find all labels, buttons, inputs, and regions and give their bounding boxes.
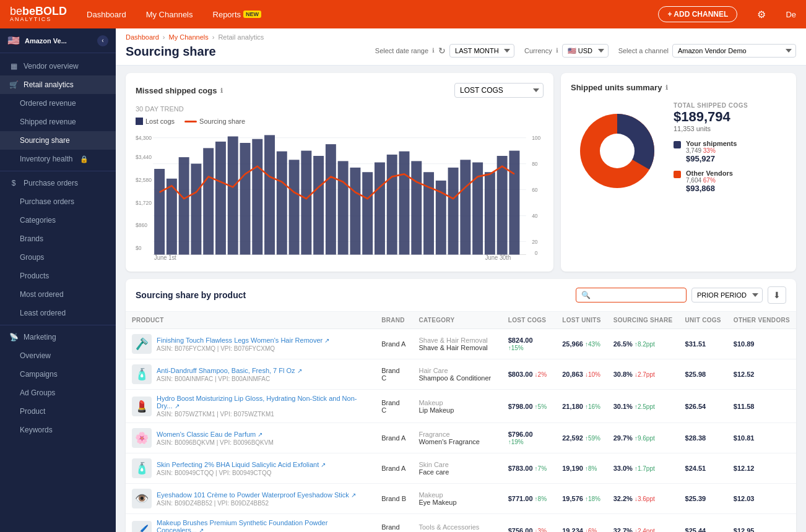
product-img-1: 🧴 (132, 364, 152, 384)
category-cell-1: Hair Care Shampoo & Conditioner (412, 359, 501, 390)
total-units: 11,353 units (674, 125, 786, 132)
collapse-sidebar-button[interactable]: ‹ (97, 35, 108, 46)
product-name-6[interactable]: Makeup Brushes Premium Synthetic Foundat… (157, 519, 369, 532)
nav-dashboard[interactable]: Dashboard (87, 10, 126, 19)
sidebar-item-products[interactable]: Products (0, 267, 116, 285)
add-channel-button[interactable]: + ADD CHANNEL (658, 6, 737, 22)
lost-units-cell-0: 25,966 ↑43% (556, 329, 607, 359)
nav-reports[interactable]: Reports NEW (213, 10, 262, 19)
sidebar-item-product[interactable]: Product (0, 402, 116, 421)
sidebar-item-categories[interactable]: Categories (0, 211, 116, 230)
other-vendors-dot (674, 171, 681, 178)
sidebar-item-brands[interactable]: Brands (0, 230, 116, 248)
product-name-1[interactable]: Anti-Dandruff Shampoo, Basic, Fresh, 7 F… (157, 367, 302, 374)
sidebar-item-groups[interactable]: Groups (0, 248, 116, 267)
account-name: Amazon Ve... (25, 37, 67, 45)
sidebar-item-ordered-revenue[interactable]: Ordered revenue (0, 94, 116, 113)
date-range-select[interactable]: LAST MONTH THIS MONTH LAST 7 DAYS (449, 44, 514, 58)
product-img-2: 💄 (132, 397, 152, 416)
currency-select[interactable]: 🇺🇸 USD EUR GBP (562, 44, 609, 58)
sidebar-item-most-ordered[interactable]: Most ordered (0, 285, 116, 304)
shipped-summary-info-icon[interactable]: ℹ (665, 84, 668, 91)
svg-rect-31 (313, 156, 324, 255)
product-name-3[interactable]: Women's Classic Eau de Parfum ↗ (157, 431, 274, 438)
brand-cell-4: Brand A (375, 453, 412, 484)
gear-icon[interactable]: ⚙ (757, 9, 766, 20)
table-row: 💄 Hydro Boost Moisturizing Lip Gloss, Hy… (126, 390, 796, 423)
search-box: 🔍 (576, 288, 687, 302)
sidebar-item-shipped-revenue[interactable]: Shipped revenue (0, 113, 116, 131)
missed-cogs-info-icon[interactable]: ℹ (220, 87, 223, 94)
trend-label: 30 DAY TREND (136, 105, 544, 113)
pie-chart (571, 105, 664, 197)
svg-rect-33 (338, 161, 349, 254)
sidebar-item-marketing[interactable]: 📡 Marketing (0, 328, 116, 346)
product-name-0[interactable]: Finishing Touch Flawless Legs Women's Ha… (157, 337, 329, 344)
sidebar-item-inventory-health[interactable]: Inventory health 🔒 (0, 150, 116, 168)
sidebar-item-vendor-overview[interactable]: ▦ Vendor overview (0, 57, 116, 75)
sidebar-item-ad-groups[interactable]: Ad Groups (0, 384, 116, 402)
marketing-icon: 📡 (9, 333, 19, 341)
sidebar-item-least-ordered[interactable]: Least ordered (0, 304, 116, 322)
breadcrumb-dashboard[interactable]: Dashboard (126, 33, 159, 41)
logo: bebeBOLD ANALYTICS (10, 6, 67, 23)
product-cell-4: 🧴 Skin Perfecting 2% BHA Liquid Salicyli… (126, 453, 375, 484)
lost-units-cell-6: 19,234 ↓6% (556, 514, 607, 533)
your-shipments-dot (674, 141, 681, 148)
svg-rect-38 (399, 152, 410, 255)
svg-rect-24 (228, 137, 238, 255)
svg-rect-36 (375, 163, 385, 255)
sidebar-item-keywords[interactable]: Keywords (0, 421, 116, 439)
product-asin-5: ASIN: B09DZ4BB52 | VPI: B09DZ4BB52 (157, 500, 356, 507)
sidebar-item-retail-analytics[interactable]: 🛒 Retail analytics (0, 75, 116, 94)
breadcrumb-channels[interactable]: My Channels (169, 33, 209, 41)
total-cogs-value: $189,794 (674, 109, 786, 125)
table-scroll: PRODUCT BRAND CATEGORY LOST COGS LOST UN… (126, 312, 796, 532)
product-cell-2: 💄 Hydro Boost Moisturizing Lip Gloss, Hy… (126, 390, 375, 423)
user-avatar[interactable]: De (786, 10, 796, 19)
brand-cell-5: Brand B (375, 484, 412, 514)
svg-rect-26 (252, 139, 262, 255)
svg-text:60: 60 (532, 186, 537, 193)
svg-rect-42 (448, 168, 459, 255)
product-name-5[interactable]: Eyeshadow 101 Crème to Powder Waterproof… (157, 491, 356, 499)
cogs-dropdown[interactable]: LOST COGS SOURCING SHARE (454, 83, 544, 98)
sourcing-share-cell-4: 33.0% ↑1.7ppt (607, 453, 679, 484)
period-select[interactable]: PRIOR PERIOD PRIOR YEAR (691, 288, 763, 302)
col-unit-cogs: UNIT COGS (679, 312, 727, 329)
channel-select[interactable]: Amazon Vendor Demo (672, 44, 796, 58)
other-vendors-cell-3: $10.81 (727, 423, 796, 453)
lost-cogs-cell-3: $796.00 ↑19% (502, 423, 556, 453)
product-name-4[interactable]: Skin Perfecting 2% BHA Liquid Salicylic … (157, 461, 326, 468)
date-range-label: Select date range (375, 47, 428, 54)
svg-rect-47 (509, 151, 519, 255)
lost-units-cell-2: 21,180 ↑16% (556, 390, 607, 423)
chart-legend: Lost cogs Sourcing share (136, 118, 544, 125)
other-vendors-cell-1: $12.52 (727, 359, 796, 390)
sidebar-item-purchase-orders-group[interactable]: $ Purchase orders (0, 174, 116, 192)
lost-cogs-cell-0: $824.00 ↑15% (502, 329, 556, 359)
unit-cogs-cell-6: $25.44 (679, 514, 727, 533)
channel-control: Select a channel Amazon Vendor Demo (618, 44, 796, 58)
search-input[interactable] (594, 291, 681, 299)
lost-units-cell-5: 19,576 ↑18% (556, 484, 607, 514)
sourcing-share-cell-2: 30.1% ↑2.5ppt (607, 390, 679, 423)
product-name-2[interactable]: Hydro Boost Moisturizing Lip Gloss, Hydr… (157, 395, 369, 410)
shipped-summary-title: Shipped units summary ℹ (571, 83, 786, 92)
refresh-icon[interactable]: ↻ (438, 46, 446, 56)
sidebar-item-purchase-orders[interactable]: Purchase orders (0, 192, 116, 211)
sidebar-item-sourcing-share[interactable]: Sourcing share (0, 131, 116, 150)
sidebar-item-campaigns[interactable]: Campaigns (0, 365, 116, 384)
sidebar-account[interactable]: 🇺🇸 Amazon Ve... ‹ (0, 28, 116, 53)
breadcrumb-current: Retail analytics (218, 33, 264, 41)
svg-rect-34 (350, 168, 360, 255)
other-vendors-cell-0: $10.89 (727, 329, 796, 359)
category-cell-6: Tools & Accessories Makeup Brushes & Too… (412, 514, 501, 533)
nav-channels[interactable]: My Channels (146, 10, 193, 19)
sidebar-item-overview[interactable]: Overview (0, 346, 116, 365)
currency-info-icon[interactable]: ℹ (556, 47, 558, 54)
date-info-icon[interactable]: ℹ (432, 47, 435, 54)
download-button[interactable]: ⬇ (768, 286, 786, 304)
product-asin-0: ASIN: B076FYCXMQ | VPI: B076FYCXMQ (157, 345, 329, 352)
svg-rect-30 (301, 151, 311, 255)
